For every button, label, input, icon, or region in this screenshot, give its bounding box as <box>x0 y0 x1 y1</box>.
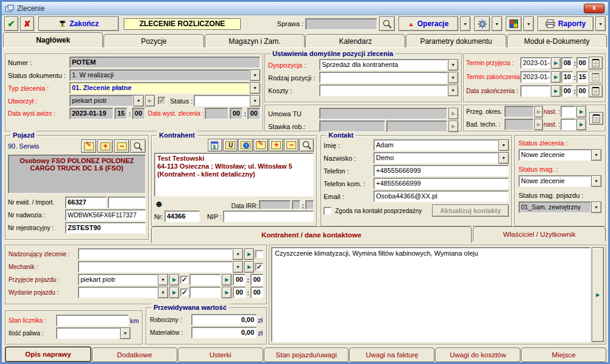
sprawa-search-button[interactable] <box>379 16 395 31</box>
stan-licznika-field[interactable] <box>56 315 129 326</box>
przyjecia-mm[interactable]: 00 <box>576 57 588 69</box>
kontrahent-nr-field[interactable]: 44366 <box>165 211 200 222</box>
dropdown-arrow-icon[interactable] <box>591 201 601 213</box>
przyjecie-date-arrow-button[interactable] <box>222 274 232 285</box>
dropdown-arrow-icon[interactable] <box>158 287 168 298</box>
close-button[interactable] <box>584 4 605 13</box>
data-zak-hh[interactable]: 00 <box>561 85 573 97</box>
dyspozycja-select[interactable]: Sprzedaż dla kontrahenta <box>319 59 458 71</box>
nr-nadwozia-field[interactable]: WDBWK56FX6F117327 <box>65 209 146 221</box>
przyjecie-date-field[interactable] <box>190 274 221 285</box>
typ-zlecenia-select[interactable]: 01. Zlecenie płatne <box>69 82 260 94</box>
imie-select[interactable]: Adam <box>374 139 509 151</box>
dropdown-arrow-icon[interactable] <box>448 85 458 96</box>
zgoda-checkbox[interactable] <box>324 207 332 215</box>
materialow-field[interactable]: 0,00 <box>191 327 257 338</box>
opis-naprawy-textarea[interactable]: Czyszczenie klimatyzacji, Wymina filtów … <box>271 247 590 342</box>
przyjecie-checkbox[interactable] <box>180 276 188 284</box>
przeglady-calendar-button[interactable] <box>589 112 603 125</box>
wydanie-mm[interactable]: 00 <box>250 287 263 298</box>
przyjecie-select[interactable]: piekart piotr <box>78 274 168 285</box>
przyjecie-arrow-button[interactable] <box>169 274 179 285</box>
cancel-button[interactable] <box>20 16 34 31</box>
pojazd-remove-button[interactable] <box>114 139 129 153</box>
robocizny-field[interactable]: 0,00 <box>191 314 257 326</box>
dropdown-arrow-icon[interactable] <box>591 175 601 187</box>
tab-edokumenty[interactable]: Moduł e-Dokumenty <box>507 34 607 47</box>
kontrahent-search-button[interactable] <box>299 139 314 152</box>
tab-uwagi-koszty[interactable]: Uwagi do kosztów <box>435 348 520 362</box>
status-mag-pojazdu-select[interactable]: 01_Sam. zewnętrzny <box>519 201 601 213</box>
kontrahent-u-button[interactable] <box>223 139 238 152</box>
nazwisko-select[interactable]: Demo <box>374 152 509 164</box>
mechanik-arrow-button[interactable] <box>244 261 254 273</box>
przyjecia-arrow-button[interactable] <box>551 57 561 69</box>
wydanie-date-arrow-button[interactable] <box>222 287 232 298</box>
status-dokumentu-select[interactable]: 1. W realizacji <box>69 69 260 81</box>
telefon-kom-field[interactable]: +48555666999 <box>374 178 509 189</box>
wydanie-hh[interactable]: 00 <box>233 287 246 298</box>
nip-field[interactable] <box>223 211 314 222</box>
dropdown-arrow-icon[interactable] <box>591 149 601 161</box>
data-zakonczenia-arrow-button[interactable] <box>551 85 561 97</box>
tab-uwagi-faktura[interactable]: Uwagi na fakturę <box>349 348 434 362</box>
tab-usterki[interactable]: Usterki <box>178 348 263 362</box>
wydanie-date-field[interactable] <box>190 287 221 298</box>
data-zak-mm[interactable]: 00 <box>576 85 588 97</box>
dropdown-arrow-icon[interactable] <box>448 72 458 83</box>
przeg-nast-field[interactable] <box>561 106 576 117</box>
dropdown-arrow-icon[interactable] <box>250 82 260 94</box>
dropdown-arrow-icon[interactable] <box>250 95 260 107</box>
opis-expand-button[interactable] <box>592 247 604 342</box>
kontrahent-info-button[interactable] <box>238 139 253 152</box>
kontrahent-edit-button[interactable] <box>254 139 268 152</box>
dropdown-arrow-icon[interactable] <box>120 327 130 339</box>
przyjecie-hh[interactable]: 00 <box>233 274 246 285</box>
tab-stan-pojazdu[interactable]: Stan pojazdu/uwagi <box>264 348 349 362</box>
tab-naglowek[interactable]: Nagłówek <box>3 32 103 47</box>
tab-parametry[interactable]: Parametry dokumentu <box>406 34 506 47</box>
nadzorujacy-select[interactable] <box>78 248 243 260</box>
status-mag-select[interactable]: Nowe zlecenie <box>519 175 601 187</box>
kontrahent-add-button[interactable] <box>269 139 283 152</box>
kontrahent-remove-button[interactable] <box>284 139 299 152</box>
zakonczenia-mm[interactable]: 15 <box>576 71 588 83</box>
pojazd-add-button[interactable] <box>98 139 113 153</box>
pojazd-grupa-label[interactable]: 90. Serwis <box>8 142 80 150</box>
przeg-nast-arrow-button[interactable] <box>576 106 586 117</box>
dropdown-arrow-icon[interactable] <box>250 69 260 81</box>
raporty-dropdown-button[interactable] <box>595 16 606 31</box>
nr-ewid-field[interactable]: 66327 <box>65 197 107 208</box>
dropdown-arrow-icon[interactable] <box>233 248 243 260</box>
mechanik-select[interactable] <box>78 261 243 273</box>
operacje-dropdown-button[interactable] <box>460 16 470 31</box>
nr-import-field[interactable] <box>108 197 146 208</box>
wydanie-select[interactable] <box>78 287 168 298</box>
rodzaj-pozycji-select[interactable] <box>319 72 458 83</box>
ilosc-paliwa-select[interactable] <box>56 327 130 339</box>
operacje-button[interactable]: Operacje <box>399 16 458 31</box>
nadzorujacy-checkbox[interactable] <box>255 250 263 258</box>
telefon-field[interactable]: +48555666999 <box>374 165 509 177</box>
accept-button[interactable] <box>4 16 18 31</box>
mechanik-checkbox[interactable] <box>255 263 263 271</box>
tab-kalendarz[interactable]: Kalendarz <box>305 34 405 47</box>
raporty-button[interactable]: Raporty <box>537 16 594 31</box>
sprawa-input[interactable] <box>305 18 377 30</box>
status-select[interactable] <box>194 95 260 107</box>
nadzorujacy-arrow-button[interactable] <box>244 248 254 260</box>
modules-button[interactable] <box>506 16 522 31</box>
zakoncz-button[interactable]: Zakończ <box>38 16 119 31</box>
nr-rejestracyjny-field[interactable]: ZSTEST90 <box>65 222 146 234</box>
tab-magazyn[interactable]: Magazyn i Zam. <box>205 34 305 47</box>
utworzyl-select[interactable]: piekart piotr <box>69 95 144 107</box>
przyjecia-calendar-button[interactable] <box>589 57 603 69</box>
zakonczenia-arrow-button[interactable] <box>551 71 561 83</box>
email-field[interactable]: Osoba44366@XX.pl <box>374 191 509 202</box>
bad-nast-arrow-button[interactable] <box>576 119 586 130</box>
dropdown-arrow-icon[interactable] <box>133 95 144 107</box>
dropdown-arrow-icon[interactable] <box>233 261 243 273</box>
przyjecia-hh[interactable]: 08 <box>561 57 573 69</box>
settings-button[interactable] <box>474 16 490 31</box>
dropdown-arrow-icon[interactable] <box>158 274 168 285</box>
